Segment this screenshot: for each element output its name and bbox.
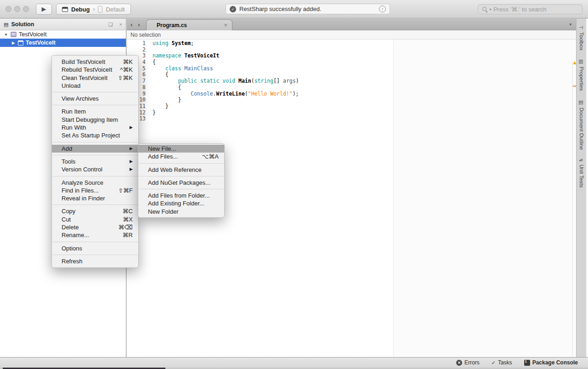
toolbar: ▶ Debug › Default ✓ RestSharp successful… xyxy=(0,0,588,18)
dock-tab-properties[interactable]: ▥Properties xyxy=(577,58,586,91)
menu-item-clean-testvoiceit[interactable]: Clean TestVoiceIt⇧⌘K xyxy=(52,74,138,82)
code-text: } xyxy=(153,103,169,110)
menu-item-run-with[interactable]: Run With▶ xyxy=(52,124,138,131)
configuration-name[interactable]: Debug xyxy=(71,6,90,13)
dock-tab-toolbox[interactable]: ⊤Toolbox xyxy=(577,25,586,50)
menu-separator xyxy=(52,242,138,242)
dock-pad-icon[interactable]: ❏ xyxy=(108,22,113,28)
editor-scrollbar[interactable] xyxy=(572,60,576,357)
menu-item-label: New File... xyxy=(148,145,219,153)
code-text: namespace TestVoiceIt xyxy=(153,53,219,59)
errors-pad-button[interactable]: ✕ Errors xyxy=(456,359,480,366)
menu-item-refresh[interactable]: Refresh xyxy=(52,257,138,265)
expand-notification-icon[interactable]: ↑ xyxy=(379,6,386,12)
close-pad-icon[interactable]: × xyxy=(119,22,122,27)
window-minimize-button[interactable] xyxy=(14,6,20,12)
menu-item-unload[interactable]: Unload xyxy=(52,82,138,90)
menu-item-new-file[interactable]: New File... xyxy=(138,145,224,153)
search-input[interactable] xyxy=(493,6,578,13)
menu-item-rename[interactable]: Rename...⌘R xyxy=(52,231,138,239)
menu-item-rebuild-testvoiceit[interactable]: Rebuild TestVoiceIt^⌘K xyxy=(52,66,138,74)
tree-row-project-selected[interactable]: ▶ TestVoiceIt xyxy=(0,39,126,47)
menu-item-add[interactable]: Add▶ xyxy=(52,145,138,153)
run-button[interactable]: ▶ xyxy=(36,4,52,15)
tree-row-solution[interactable]: ▼ TestVoiceIt xyxy=(0,30,126,39)
menu-item-label: Run With xyxy=(62,124,124,131)
menu-item-new-folder[interactable]: New Folder xyxy=(138,208,224,216)
code-line[interactable]: 11 } xyxy=(127,103,576,110)
code-line[interactable]: 1using System; xyxy=(127,40,576,47)
solution-pad-icon: ▤ xyxy=(4,22,8,28)
menu-item-add-files-from-folder[interactable]: Add Files from Folder... xyxy=(138,192,224,199)
dock-tab-document-outline[interactable]: ▤Document Outline xyxy=(577,99,586,150)
dock-tab-label: Unit Tests xyxy=(579,165,584,187)
submenu-arrow-icon: ▶ xyxy=(130,165,133,173)
window-close-button[interactable] xyxy=(6,6,11,12)
menu-item-run-item[interactable]: Run Item xyxy=(52,108,138,115)
menu-item-options[interactable]: Options xyxy=(52,244,138,252)
menu-item-add-web-reference[interactable]: Add Web Reference xyxy=(138,166,224,174)
breadcrumb[interactable]: No selection xyxy=(127,30,576,40)
code-line[interactable]: 5 class MainClass xyxy=(127,66,576,72)
project-name[interactable]: TestVoiceIt xyxy=(26,40,56,46)
scroll-task-mark[interactable] xyxy=(573,85,576,87)
menu-item-analyze-source[interactable]: Analyze Source xyxy=(52,179,138,187)
dock-tab-label: Properties xyxy=(579,67,584,91)
menu-item-set-as-startup-project[interactable]: Set As Startup Project xyxy=(52,131,138,139)
menu-item-add-files[interactable]: Add Files...⌥⌘A xyxy=(138,153,224,160)
code-line[interactable]: 4{ xyxy=(127,59,576,66)
window-zoom-button[interactable] xyxy=(23,6,29,12)
code-line[interactable]: 10 } xyxy=(127,97,576,103)
package-console-icon: 1 xyxy=(524,360,530,366)
menu-item-label: Rename... xyxy=(62,231,117,239)
code-line[interactable]: 9 Console.WriteLine("Hello World!"); xyxy=(127,91,576,97)
tab-program-cs[interactable]: Program.cs × xyxy=(146,19,232,30)
navigate-forward-icon[interactable]: › xyxy=(138,21,140,28)
tab-close-icon[interactable]: × xyxy=(224,22,227,28)
tab-list-dropdown-icon[interactable]: ▼ xyxy=(569,23,572,27)
menu-item-label: Start Debugging Item xyxy=(62,116,133,124)
build-configuration-selector[interactable]: Debug › Default xyxy=(56,4,131,15)
menu-item-version-control[interactable]: Version Control▶ xyxy=(52,165,138,173)
menu-separator xyxy=(52,204,138,205)
navigate-back-icon[interactable]: ‹ xyxy=(130,21,132,28)
menu-item-build-testvoiceit[interactable]: Build TestVoiceIt⌘K xyxy=(52,58,138,66)
code-line[interactable]: 7 public static void Main(string[] args) xyxy=(127,78,576,85)
global-search-field[interactable]: ▼ xyxy=(478,4,582,14)
menu-separator xyxy=(52,92,138,92)
menu-item-start-debugging-item[interactable]: Start Debugging Item xyxy=(52,116,138,124)
code-line[interactable]: 2 xyxy=(127,47,576,53)
menu-item-delete[interactable]: Delete⌘⌫ xyxy=(52,223,138,231)
tasks-pad-button[interactable]: ✓ Tasks xyxy=(492,359,512,366)
menu-item-reveal-in-finder[interactable]: Reveal in Finder xyxy=(52,194,138,202)
notification-bar[interactable]: ✓ RestSharp successfully added. ↑ xyxy=(226,4,390,14)
menu-separator xyxy=(139,163,224,164)
code-line[interactable]: 13 xyxy=(127,116,576,122)
tab-label: Program.cs xyxy=(157,22,224,28)
expand-arrow-icon[interactable]: ▶ xyxy=(11,41,16,45)
menu-separator xyxy=(139,176,224,176)
menu-separator xyxy=(52,155,138,155)
code-text: { xyxy=(153,85,181,91)
code-line[interactable]: 12} xyxy=(127,110,576,116)
solution-name[interactable]: TestVoiceIt xyxy=(19,31,46,38)
code-line[interactable]: 6 { xyxy=(127,72,576,78)
menu-item-add-existing-folder[interactable]: Add Existing Folder... xyxy=(138,199,224,207)
menu-item-tools[interactable]: Tools▶ xyxy=(52,158,138,165)
menu-item-find-in-files[interactable]: Find in Files...⇧⌘F xyxy=(52,187,138,194)
line-number: 1 xyxy=(127,40,149,47)
code-line[interactable]: 8 { xyxy=(127,85,576,91)
menu-item-add-nuget-packages[interactable]: Add NuGet Packages... xyxy=(138,179,224,187)
menu-item-cut[interactable]: Cut⌘X xyxy=(52,216,138,223)
package-console-pad-button[interactable]: 1 Package Console xyxy=(524,359,578,366)
menu-item-copy[interactable]: Copy⌘C xyxy=(52,207,138,215)
menu-item-view-archives[interactable]: View Archives xyxy=(52,95,138,102)
menu-item-shortcut: ⌥⌘A xyxy=(202,153,219,160)
warning-indicator-icon[interactable] xyxy=(573,61,576,64)
solution-icon xyxy=(11,32,17,37)
errors-label: Errors xyxy=(464,359,480,366)
collapse-arrow-icon[interactable]: ▼ xyxy=(4,33,8,37)
device-name[interactable]: Default xyxy=(106,6,124,13)
code-line[interactable]: 3namespace TestVoiceIt xyxy=(127,53,576,59)
dock-tab-unit-tests[interactable]: ↯Unit Tests xyxy=(577,158,586,188)
